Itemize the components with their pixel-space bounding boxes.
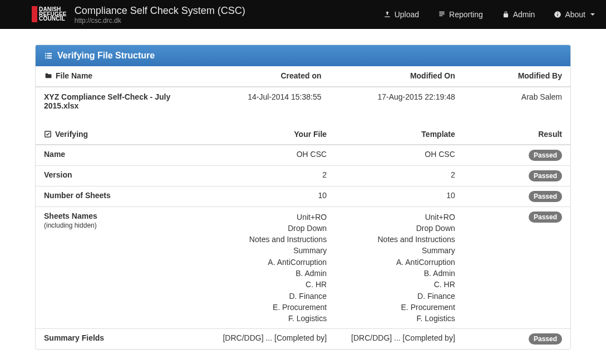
brand-logo-line: COUNCIL (39, 17, 67, 22)
app-title: Compliance Self Check System (CSC) (75, 5, 245, 17)
list-icon (44, 51, 53, 60)
nav-reporting[interactable]: Reporting (438, 10, 483, 19)
verify-row-sheetcount: Number of Sheets 10 10 Passed (36, 186, 570, 206)
th-filename: File Name (36, 66, 191, 87)
file-meta-table: File Name Created on Modified On Modifie… (36, 66, 570, 115)
nav-label: About (565, 10, 585, 19)
cell-created: 14-Jul-2014 15:38:55 (191, 87, 330, 115)
nav-upload[interactable]: Upload (383, 10, 419, 19)
th-result: Result (464, 125, 570, 145)
file-meta-row: XYZ Compliance Self-Check - July 2015.xl… (36, 87, 570, 115)
topbar: DANISH REFUGEE COUNCIL Compliance Self C… (0, 0, 606, 29)
panel-title: Verifying File Structure (57, 51, 155, 61)
result-badge: Passed (529, 211, 562, 223)
verify-row-version: Version 2 2 Passed (36, 165, 570, 186)
nav-label: Reporting (449, 10, 483, 19)
folder-icon (44, 72, 52, 80)
info-icon (554, 11, 561, 18)
lock-icon (502, 11, 510, 18)
reporting-icon (438, 11, 446, 18)
verify-table: Verifying Your File Template Result Name… (36, 125, 570, 350)
result-badge: Passed (529, 150, 562, 161)
chevron-down-icon (590, 13, 595, 16)
verify-row-name: Name OH CSC OH CSC Passed (36, 145, 570, 166)
cell-modified-by: Arab Salem (464, 87, 570, 115)
brand[interactable]: DANISH REFUGEE COUNCIL Compliance Self C… (39, 5, 245, 24)
panel-verify: Verifying File Structure File Name Creat… (35, 45, 571, 350)
nav-admin[interactable]: Admin (502, 10, 535, 19)
check-square-icon (44, 130, 52, 138)
nav-label: Admin (513, 10, 535, 19)
panel-heading: Verifying File Structure (36, 45, 570, 66)
top-nav: Upload Reporting Admin About (383, 10, 595, 19)
svg-rect-1 (558, 14, 558, 16)
th-modified-on: Modified On (330, 66, 464, 87)
verify-row-sheetnames: Sheets Names (including hidden) Unit+ROD… (36, 206, 570, 329)
th-template: Template (335, 125, 464, 145)
result-badge: Passed (529, 170, 562, 181)
nav-label: Upload (395, 10, 419, 19)
th-modified-by: Modified By (464, 66, 570, 87)
cell-temp-sheetnames: Unit+RODrop DownNotes and InstructionsSu… (335, 206, 464, 329)
th-your-file: Your File (175, 125, 335, 145)
cell-your-sheetnames: Unit+RODrop DownNotes and InstructionsSu… (175, 206, 335, 329)
th-verifying: Verifying (36, 125, 175, 145)
nav-about[interactable]: About (554, 10, 595, 19)
upload-icon (383, 11, 391, 18)
app-url: http://csc.drc.dk (75, 17, 245, 24)
cell-filename: XYZ Compliance Self-Check - July 2015.xl… (36, 87, 191, 115)
cell-modified-on: 17-Aug-2015 22:19:48 (330, 87, 464, 115)
brand-logo: DANISH REFUGEE COUNCIL (39, 7, 67, 22)
svg-rect-2 (558, 13, 558, 13)
result-badge: Passed (529, 191, 562, 202)
result-badge: Passed (529, 333, 562, 345)
th-created: Created on (191, 66, 330, 87)
verify-row-summary: Summary Fields [DRC/DDG] ... [Completed … (36, 329, 570, 350)
